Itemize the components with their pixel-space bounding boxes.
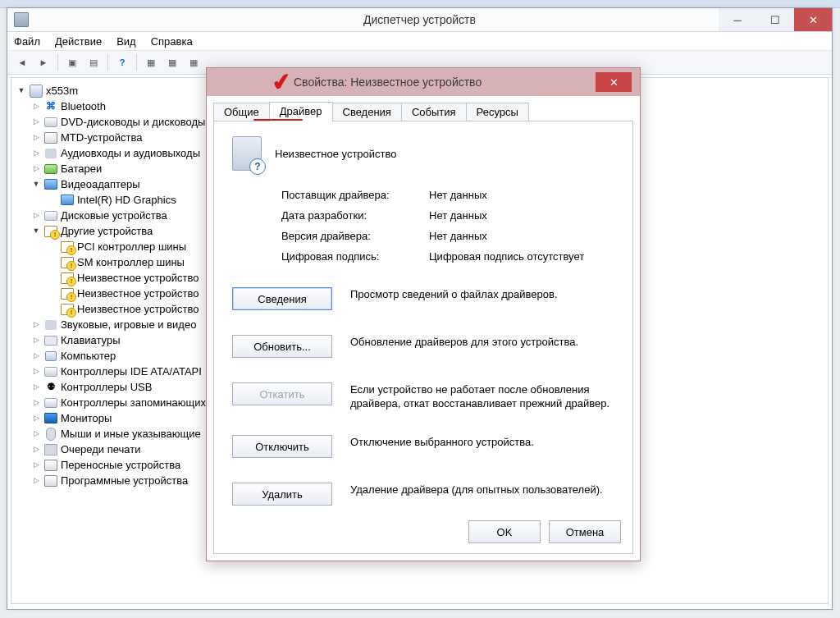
tabstrip: Общие Драйвер Сведения События Ресурсы (213, 101, 633, 121)
view-button[interactable]: ▤ (84, 53, 103, 72)
refresh-button[interactable]: ▦ (162, 53, 182, 72)
annotation-underline (253, 119, 303, 121)
window-title: Диспетчер устройств (7, 13, 832, 26)
dialog-titlebar: ✔ Свойства: Неизвестное устройство ✕ (207, 68, 640, 96)
driver-details-desc: Просмотр сведений о файлах драйверов. (350, 287, 614, 301)
menubar: Файл Действие Вид Справка (7, 32, 832, 51)
back-button[interactable]: ◄ (12, 53, 32, 72)
menu-file[interactable]: Файл (12, 34, 42, 49)
update-driver-button[interactable]: Обновить... (232, 335, 332, 358)
value-provider: Нет данных (429, 189, 614, 201)
value-signature: Цифровая подпись отсутствует (429, 250, 614, 263)
disable-device-button[interactable]: Отключить (232, 435, 332, 458)
disable-device-desc: Отключение выбранного устройства. (350, 435, 614, 449)
ok-button[interactable]: OK (468, 520, 541, 543)
uninstall-driver-desc: Удаление драйвера (для опытных пользоват… (350, 483, 614, 497)
menu-view[interactable]: Вид (115, 34, 138, 49)
dialog-title: Свойства: Неизвестное устройство (294, 76, 482, 89)
rollback-driver-button[interactable]: Откатить (232, 382, 332, 405)
tab-page-driver: Неизвестное устройство Поставщик драйвер… (213, 121, 633, 554)
device-icon (232, 136, 262, 171)
device-name: Неизвестное устройство (275, 148, 397, 160)
annotation-checkmark: ✔ (271, 67, 293, 97)
properties-button[interactable]: ▦ (184, 53, 203, 72)
properties-dialog: ✔ Свойства: Неизвестное устройство ✕ Общ… (206, 67, 641, 561)
label-version: Версия драйвера: (281, 230, 429, 242)
menu-action[interactable]: Действие (53, 34, 103, 49)
help-button[interactable]: ? (112, 53, 132, 72)
up-button[interactable]: ▣ (62, 53, 82, 72)
cancel-button[interactable]: Отмена (549, 520, 621, 543)
uninstall-driver-button[interactable]: Удалить (232, 483, 332, 506)
label-signature: Цифровая подпись: (281, 250, 429, 263)
forward-button[interactable]: ► (34, 53, 53, 72)
dialog-close-button[interactable]: ✕ (596, 72, 632, 92)
label-provider: Поставщик драйвера: (281, 189, 429, 201)
label-date: Дата разработки: (281, 209, 429, 222)
driver-details-button[interactable]: Сведения (232, 287, 332, 310)
value-date: Нет данных (429, 209, 614, 222)
menu-help[interactable]: Справка (149, 34, 194, 49)
value-version: Нет данных (429, 230, 614, 242)
rollback-driver-desc: Если устройство не работает после обновл… (350, 382, 614, 410)
update-driver-desc: Обновление драйверов для этого устройств… (350, 335, 614, 349)
titlebar: Диспетчер устройств ─ ☐ ✕ (7, 8, 832, 32)
scan-button[interactable]: ▦ (141, 53, 161, 72)
